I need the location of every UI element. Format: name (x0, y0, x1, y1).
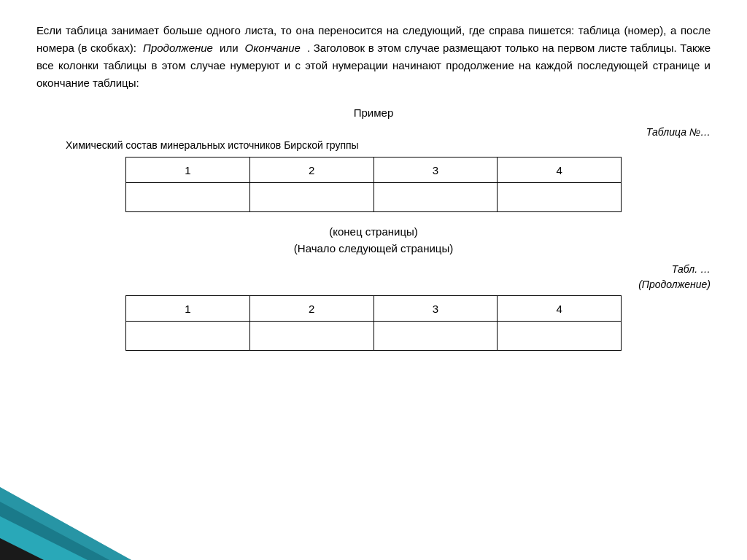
cell-1-2 (249, 183, 374, 212)
page-content: Если таблица занимает больше одного лист… (0, 0, 747, 365)
col2-header-2: 2 (249, 296, 374, 322)
page-end-text: (конец страницы) (36, 225, 711, 238)
table-data-row-1 (126, 183, 622, 212)
example-section: Пример Таблица №… Химический состав мине… (36, 106, 711, 351)
corner-decoration (0, 443, 160, 560)
col-header-2: 2 (249, 158, 374, 183)
example-title: Пример (36, 106, 711, 119)
cell2-1-2 (249, 322, 374, 351)
second-table-wrapper: 1 2 3 4 (36, 295, 711, 351)
intro-italic1: Продолжение (143, 42, 213, 54)
col2-header-1: 1 (126, 296, 250, 322)
intro-text-part3: . Заголовок в этом случае размещают толь… (36, 42, 711, 89)
col-header-4: 4 (498, 158, 622, 183)
intro-text-part2: или (220, 42, 239, 54)
first-table: 1 2 3 4 (125, 157, 622, 212)
second-table: 1 2 3 4 (125, 295, 622, 351)
intro-italic2: Окончание (245, 42, 301, 54)
continuation-line2: (Продолжение) (36, 277, 711, 292)
intro-paragraph: Если таблица занимает больше одного лист… (36, 22, 711, 92)
table-number-label: Таблица №… (36, 126, 711, 138)
table2-header-row: 1 2 3 4 (126, 296, 622, 322)
col-header-3: 3 (374, 158, 498, 183)
table2-data-row-1 (126, 322, 622, 351)
continuation-line1: Табл. … (36, 262, 711, 277)
cell2-1-4 (498, 322, 622, 351)
col2-header-3: 3 (374, 296, 498, 322)
cell-1-3 (374, 183, 498, 212)
cell2-1-1 (126, 322, 250, 351)
continuation-label: Табл. … (Продолжение) (36, 262, 711, 292)
table-header-row: 1 2 3 4 (126, 158, 622, 183)
cell2-1-3 (374, 322, 498, 351)
table-caption: Химический состав минеральных источников… (36, 139, 711, 151)
cell-1-1 (126, 183, 250, 212)
col2-header-4: 4 (498, 296, 622, 322)
col-header-1: 1 (126, 158, 250, 183)
cell-1-4 (498, 183, 622, 212)
next-page-text: (Начало следующей страницы) (36, 242, 711, 254)
